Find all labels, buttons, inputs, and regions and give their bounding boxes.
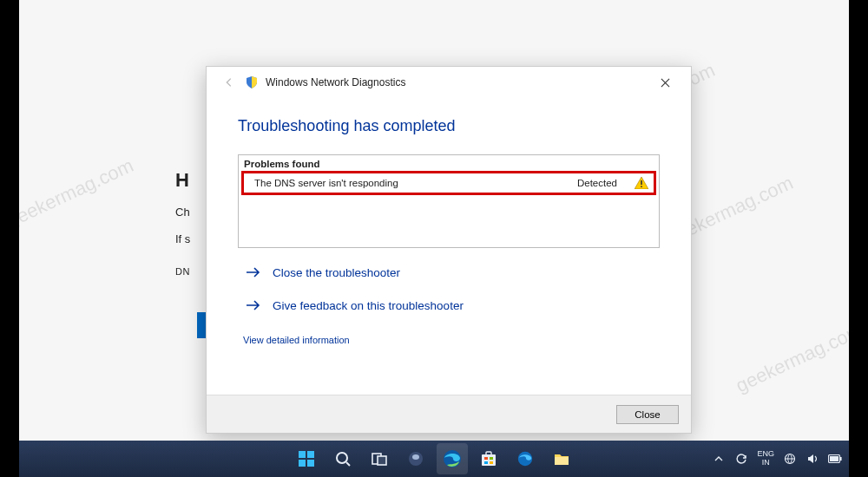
give-feedback-link[interactable]: Give feedback on this troubleshooter	[245, 297, 665, 314]
dialog-titlebar: Windows Network Diagnostics	[207, 67, 691, 98]
svg-rect-4	[641, 186, 642, 187]
svg-rect-6	[307, 451, 314, 458]
svg-rect-14	[482, 454, 496, 466]
edge-alt-icon[interactable]	[510, 443, 541, 474]
problems-found-box: Problems found The DNS server isn't resp…	[238, 154, 660, 248]
close-button[interactable]: Close	[616, 405, 679, 424]
troubleshooter-dialog: Windows Network Diagnostics Troubleshoot…	[206, 66, 692, 434]
svg-rect-25	[840, 457, 842, 461]
edge-browser-icon[interactable]	[437, 443, 468, 474]
task-view-icon[interactable]	[364, 443, 395, 474]
svg-rect-5	[299, 451, 306, 458]
microsoft-store-icon[interactable]	[473, 443, 504, 474]
lang-line2: IN	[757, 459, 774, 467]
chat-icon[interactable]	[400, 443, 431, 474]
warning-triangle-icon	[635, 177, 648, 189]
arrow-right-icon	[245, 297, 262, 314]
file-explorer-icon[interactable]	[546, 443, 577, 474]
view-detailed-information-link[interactable]: View detailed information	[243, 335, 350, 345]
close-troubleshooter-link[interactable]: Close the troubleshooter	[245, 264, 665, 281]
arrow-right-icon	[245, 264, 262, 281]
chevron-up-icon[interactable]	[712, 452, 726, 466]
taskbar-center	[291, 443, 577, 474]
close-troubleshooter-label: Close the troubleshooter	[273, 266, 400, 279]
svg-rect-19	[490, 461, 493, 464]
battery-icon[interactable]	[828, 452, 842, 466]
desktop: H Ch If s DN geekermag.com geekermag.com…	[19, 0, 849, 441]
dialog-title: Windows Network Diagnostics	[266, 76, 648, 88]
volume-icon[interactable]	[806, 452, 819, 466]
taskbar-tray: ENG IN	[712, 450, 842, 467]
dialog-body: Troubleshooting has completed Problems f…	[207, 98, 691, 347]
svg-rect-24	[830, 456, 838, 461]
problem-status: Detected	[577, 178, 617, 188]
background-button-fragment	[197, 312, 206, 338]
problems-found-label: Problems found	[239, 155, 659, 171]
back-arrow-icon	[220, 74, 238, 91]
svg-rect-16	[484, 457, 488, 460]
onedrive-sync-icon[interactable]	[734, 452, 748, 466]
dialog-heading: Troubleshooting has completed	[238, 117, 665, 135]
give-feedback-label: Give feedback on this troubleshooter	[273, 299, 464, 312]
dialog-close-button[interactable]	[648, 70, 682, 95]
search-icon[interactable]	[327, 443, 358, 474]
watermark-text: geekermag.com	[3, 154, 137, 232]
dialog-footer: Close	[207, 395, 691, 433]
svg-rect-8	[307, 460, 314, 467]
svg-rect-7	[299, 460, 306, 467]
svg-rect-15	[486, 452, 491, 455]
language-indicator[interactable]: ENG IN	[757, 450, 774, 467]
network-icon[interactable]	[783, 452, 797, 466]
svg-rect-3	[641, 180, 642, 185]
svg-rect-17	[490, 457, 493, 460]
problem-row[interactable]: The DNS server isn't responding Detected	[241, 171, 656, 195]
svg-point-9	[337, 453, 347, 463]
diagnostics-shield-icon	[245, 75, 259, 89]
taskbar: ENG IN	[19, 441, 849, 477]
start-button[interactable]	[291, 443, 322, 474]
svg-rect-11	[378, 456, 386, 465]
watermark-text: geekermag.com	[733, 319, 866, 397]
svg-rect-18	[484, 461, 488, 464]
svg-rect-21	[555, 457, 569, 465]
problem-text: The DNS server isn't responding	[254, 178, 577, 188]
